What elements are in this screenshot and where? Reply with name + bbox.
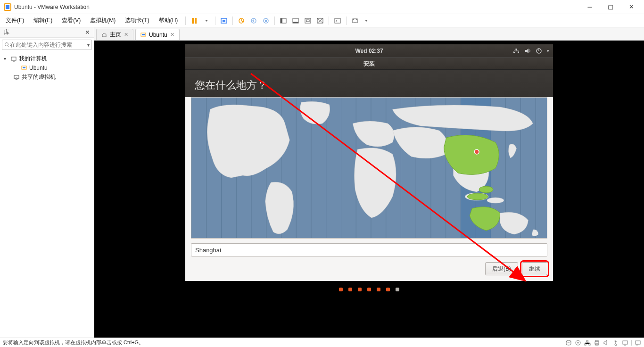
window-maximize-button[interactable]: ▢	[604, 3, 617, 10]
menu-view[interactable]: 查看(V)	[58, 16, 84, 25]
window-title: Ubuntu - VMware Workstation	[14, 4, 90, 10]
back-button[interactable]: 后退(B)	[485, 262, 518, 275]
console-icon[interactable]	[333, 16, 342, 25]
sidebar-search-input[interactable]	[10, 41, 85, 48]
svg-rect-14	[305, 18, 311, 23]
svg-rect-29	[513, 52, 515, 53]
tab-ubuntu[interactable]: Ubuntu ✕	[135, 29, 180, 40]
tab-close-button[interactable]: ✕	[124, 32, 128, 38]
window-minimize-button[interactable]: ─	[584, 3, 596, 10]
svg-point-61	[487, 198, 504, 203]
status-printer-icon[interactable]	[594, 339, 600, 346]
svg-rect-72	[595, 340, 598, 342]
menu-tabs[interactable]: 选项卡(T)	[121, 16, 153, 25]
pause-icon[interactable]	[190, 16, 199, 25]
tree-shared-vms-label: 共享的虚拟机	[22, 73, 56, 81]
snapshot-take-icon[interactable]	[237, 16, 246, 25]
vmware-app-icon	[4, 3, 11, 11]
map-marker	[474, 149, 479, 154]
svg-rect-1	[6, 5, 9, 9]
tab-bar: 主页 ✕ Ubuntu ✕	[94, 27, 644, 41]
tree-my-computer[interactable]: ▾ 我的计算机	[0, 54, 94, 64]
menu-file[interactable]: 文件(F)	[2, 16, 28, 25]
power-icon[interactable]	[536, 48, 542, 54]
svg-rect-21	[11, 57, 16, 60]
status-network-icon[interactable]	[584, 339, 591, 346]
tree-my-computer-label: 我的计算机	[19, 55, 47, 63]
continue-button[interactable]: 继续	[522, 262, 547, 275]
svg-rect-13	[293, 22, 298, 23]
timezone-input[interactable]	[191, 243, 547, 256]
tree-vm-ubuntu-label: Ubuntu	[29, 65, 48, 71]
vm-icon	[140, 32, 146, 38]
tab-close-button[interactable]: ✕	[170, 32, 174, 38]
snapshot-revert-icon[interactable]	[249, 16, 258, 25]
stretch-icon[interactable]	[350, 16, 360, 25]
window-close-button[interactable]: ✕	[625, 3, 637, 10]
home-icon	[101, 32, 107, 38]
svg-rect-17	[335, 18, 340, 23]
send-ctrl-alt-del-icon[interactable]	[219, 16, 229, 25]
svg-rect-78	[636, 341, 640, 344]
menu-edit[interactable]: 编辑(E)	[30, 16, 56, 25]
computer-icon	[10, 56, 17, 62]
menubar: 文件(F) 编辑(E) 查看(V) 虚拟机(M) 选项卡(T) 帮助(H)	[0, 14, 644, 27]
volume-icon[interactable]	[524, 48, 531, 54]
tab-home[interactable]: 主页 ✕	[96, 29, 133, 40]
svg-rect-70	[587, 340, 588, 342]
svg-rect-68	[585, 344, 586, 345]
statusbar: 要将输入定向到该虚拟机，请在虚拟机内部单击或按 Ctrl+G。	[0, 338, 644, 347]
network-icon[interactable]	[513, 48, 520, 54]
svg-rect-2	[192, 18, 194, 24]
status-message-icon[interactable]	[635, 339, 641, 346]
tab-home-label: 主页	[110, 31, 121, 39]
svg-rect-28	[142, 34, 145, 35]
view-fullscreen-icon[interactable]	[303, 16, 313, 25]
svg-rect-69	[589, 344, 590, 345]
svg-point-62	[479, 186, 493, 193]
view-side-icon[interactable]	[279, 16, 288, 25]
dropdown-icon[interactable]	[202, 16, 211, 25]
svg-point-63	[467, 193, 488, 200]
status-usb-icon[interactable]	[612, 339, 619, 346]
tree-vm-ubuntu[interactable]: Ubuntu	[0, 64, 94, 72]
sidebar: 库 ✕ ▾ ▾ 我的计算机 Ubuntu 共享的虚拟机	[0, 27, 94, 338]
status-disk-icon[interactable]	[565, 339, 572, 346]
view-unity-icon[interactable]	[315, 16, 325, 25]
svg-rect-31	[516, 49, 517, 50]
dropdown-icon[interactable]	[362, 16, 371, 25]
vm-icon	[21, 65, 27, 71]
ubuntu-clock: Wed 02:37	[355, 48, 383, 54]
status-sound-icon[interactable]	[603, 339, 610, 346]
sidebar-search[interactable]: ▾	[2, 40, 92, 50]
sidebar-title: 库	[4, 28, 9, 36]
dropdown-icon[interactable]: ▾	[85, 42, 90, 48]
installer-titlebar: 安装	[185, 58, 553, 70]
menu-vm[interactable]: 虚拟机(M)	[86, 16, 119, 25]
svg-point-65	[566, 340, 571, 342]
timezone-map[interactable]	[191, 97, 547, 239]
installer-heading: 您在什么地方？	[185, 70, 553, 97]
menu-help[interactable]: 帮助(H)	[155, 16, 182, 25]
statusbar-hint: 要将输入定向到该虚拟机，请在虚拟机内部单击或按 Ctrl+G。	[3, 339, 144, 346]
status-cdrom-icon[interactable]	[575, 339, 581, 346]
ubuntu-topbar: Wed 02:37 ▾	[185, 44, 553, 58]
svg-line-20	[8, 46, 9, 47]
dropdown-icon[interactable]: ▾	[547, 49, 549, 53]
vm-display-area[interactable]: Wed 02:37 ▾ 安装 您在什么地方？	[94, 41, 644, 338]
view-single-icon[interactable]	[291, 16, 300, 25]
svg-point-19	[5, 43, 8, 46]
svg-rect-11	[281, 18, 282, 23]
search-icon	[4, 42, 10, 48]
shared-icon	[13, 74, 20, 81]
svg-rect-5	[223, 20, 225, 22]
sidebar-close-button[interactable]: ✕	[85, 29, 90, 36]
sidebar-header: 库 ✕	[0, 27, 94, 38]
snapshot-manage-icon[interactable]	[261, 16, 271, 25]
status-display-icon[interactable]	[622, 339, 628, 346]
tree-shared-vms[interactable]: 共享的虚拟机	[0, 72, 94, 82]
svg-rect-24	[23, 67, 25, 68]
installer-progress-dots	[185, 281, 553, 300]
svg-rect-9	[265, 20, 267, 22]
svg-rect-76	[623, 341, 627, 344]
